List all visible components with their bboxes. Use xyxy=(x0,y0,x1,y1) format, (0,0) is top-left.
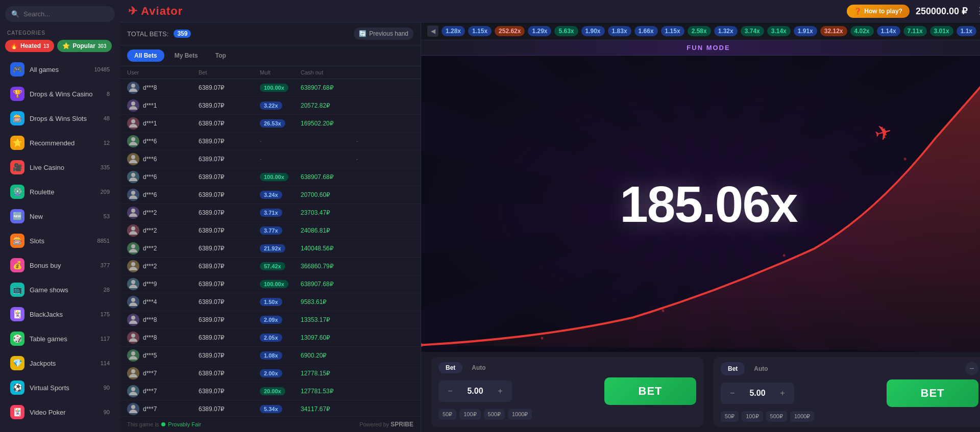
sidebar-count-slots: 8851 xyxy=(97,238,110,244)
user-cell: d***6 xyxy=(127,153,199,165)
popular-button[interactable]: ⭐ Popular 303 xyxy=(57,40,111,52)
panel-right-collapse[interactable]: − xyxy=(965,362,978,375)
history-collapse-button[interactable]: ◀ xyxy=(427,26,438,37)
quick-50-left[interactable]: 50₽ xyxy=(438,409,456,420)
username: d***6 xyxy=(143,191,157,198)
sidebar: 🔍 CATEGORIES 🔥 Heated 13 ⭐ Popular 303 🎮… xyxy=(0,0,120,432)
sidebar-item-virtual-sports[interactable]: ⚽ Virtual Sports 90 xyxy=(3,376,117,399)
quick-1000-left[interactable]: 1000₽ xyxy=(508,409,532,420)
roulette-icon: 🎡 xyxy=(10,185,24,199)
sidebar-item-live-casino[interactable]: 🎥 Live Casino 335 xyxy=(3,156,117,179)
tab-top[interactable]: Top xyxy=(208,49,233,62)
bet-increase-left[interactable]: + xyxy=(494,385,507,398)
bet-amount: 6389.07₽ xyxy=(199,191,260,198)
pf-label[interactable]: Provably Fair xyxy=(168,421,201,427)
heated-button[interactable]: 🔥 Heated 13 xyxy=(5,40,54,52)
sidebar-item-slots[interactable]: 🎰 Slots 8851 xyxy=(3,229,117,252)
quick-500-right[interactable]: 500₽ xyxy=(766,411,787,422)
cashout-value: 13097.60₽ xyxy=(301,334,413,341)
multiplier-history-badge[interactable]: 3.74x xyxy=(741,26,764,36)
search-input[interactable] xyxy=(23,10,109,18)
sidebar-item-table-games[interactable]: 🎲 Table games 117 xyxy=(3,327,117,350)
quick-1000-right[interactable]: 1000₽ xyxy=(790,411,814,422)
bet-amount: 6389.07₽ xyxy=(199,298,260,306)
multiplier-history-badge[interactable]: 2.58x xyxy=(688,26,711,36)
svg-point-16 xyxy=(131,369,135,373)
sidebar-item-video-poker[interactable]: 🃏 Video Poker 90 xyxy=(3,400,117,424)
panel-right-tab-bet[interactable]: Bet xyxy=(721,362,745,375)
main-layout: ✈ Aviator ❓ How to play? 250000.00 ₽ ☰ T… xyxy=(120,0,980,432)
quick-100-right[interactable]: 100₽ xyxy=(742,411,763,422)
multiplier-history-badge[interactable]: 1.83x xyxy=(608,26,631,36)
multiplier-history-badge[interactable]: 1.28x xyxy=(442,26,465,36)
mult-value: 2.05x xyxy=(260,334,301,342)
bet-amount-input-right[interactable] xyxy=(742,389,773,398)
multiplier-history-badge[interactable]: 1.29x xyxy=(528,26,551,36)
bet-button-right[interactable]: BET xyxy=(887,379,978,407)
quick-500-left[interactable]: 500₽ xyxy=(484,409,505,420)
svg-point-18 xyxy=(131,405,135,409)
tab-all-bets[interactable]: All Bets xyxy=(127,49,164,62)
multiplier-history-badge[interactable]: 1.1x xyxy=(957,26,976,36)
sidebar-item-bonus-buy[interactable]: 💰 Bonus buy 377 xyxy=(3,253,117,277)
avatar xyxy=(127,224,139,237)
multiplier-history-badge[interactable]: 3.01x xyxy=(930,26,953,36)
sidebar-item-recommended[interactable]: ⭐ Recommended 12 xyxy=(3,131,117,155)
table-row: d***8 6389.07₽ 2.05x 13097.60₽ xyxy=(120,329,421,347)
cashout-value: 127781.53₽ xyxy=(301,388,413,395)
table-row: d***1 6389.07₽ 3.22x 20572.82₽ xyxy=(120,97,421,115)
multiplier-history-badge[interactable]: 32.12x xyxy=(820,26,847,36)
sidebar-item-game-shows[interactable]: 📺 Game shows 28 xyxy=(3,278,117,301)
sidebar-item-jackpots[interactable]: 💎 Jackpots 114 xyxy=(3,351,117,375)
multiplier-history-badge[interactable]: 1.14x xyxy=(877,26,900,36)
sidebar-item-drops-casino[interactable]: 🏆 Drops & Wins Casino 8 xyxy=(3,82,117,106)
avatar xyxy=(127,82,139,94)
svg-point-14 xyxy=(131,334,135,338)
fun-mode-banner: FUN MODE xyxy=(421,40,980,56)
search-box[interactable]: 🔍 xyxy=(5,6,115,22)
sidebar-item-all-games[interactable]: 🎮 All games 10485 xyxy=(3,58,117,81)
user-cell: d***7 xyxy=(127,367,199,379)
bet-amount-input-left[interactable] xyxy=(460,387,491,396)
bonus-buy-icon: 💰 xyxy=(10,258,24,272)
username: d***8 xyxy=(143,334,157,341)
multiplier-history-badge[interactable]: 7.11x xyxy=(903,26,927,36)
avatar xyxy=(127,189,139,201)
panel-left-tab-bet[interactable]: Bet xyxy=(438,362,462,373)
sidebar-label-bonus-buy: Bonus buy xyxy=(30,262,95,269)
multiplier-history-badge[interactable]: 1.15x xyxy=(661,26,684,36)
prev-hand-button[interactable]: 🔄 Previous hand xyxy=(354,28,413,40)
sidebar-item-drops-slots[interactable]: 🎰 Drops & Wins Slots 48 xyxy=(3,107,117,130)
bet-amount: 6389.07₽ xyxy=(199,156,260,163)
panel-right-tab-auto[interactable]: Auto xyxy=(747,362,775,375)
tab-my-bets[interactable]: My Bets xyxy=(167,49,205,62)
bet-decrease-right[interactable]: − xyxy=(726,387,739,400)
bet-increase-right[interactable]: + xyxy=(776,387,789,400)
panel-left-tab-auto[interactable]: Auto xyxy=(464,362,493,373)
avatar xyxy=(127,207,139,219)
multiplier-history-badge[interactable]: 4.02x xyxy=(850,26,874,36)
multiplier-history-badge[interactable]: 1.90x xyxy=(581,26,605,36)
how-to-play-button[interactable]: ❓ How to play? xyxy=(847,5,910,18)
multiplier-history-badge[interactable]: 1.91x xyxy=(794,26,817,36)
quick-100-left[interactable]: 100₽ xyxy=(459,409,480,420)
avatar xyxy=(127,153,139,165)
table-row: d***7 6389.07₽ 2.00x 12778.15₽ xyxy=(120,365,421,383)
sidebar-label-new: New xyxy=(30,213,99,220)
svg-point-8 xyxy=(131,226,135,231)
sidebar-item-new[interactable]: 🆕 New 53 xyxy=(3,205,117,228)
cashout-value: 13353.17₽ xyxy=(301,316,413,323)
multiplier-history-badge[interactable]: 1.66x xyxy=(634,26,658,36)
multiplier-history-badge[interactable]: 1.15x xyxy=(468,26,492,36)
sidebar-item-blackjacks[interactable]: 🃏 BlackJacks 175 xyxy=(3,302,117,326)
multiplier-history-badge[interactable]: 3.14x xyxy=(767,26,791,36)
multiplier-history-badge[interactable]: 1.32x xyxy=(714,26,738,36)
quick-amounts-left: 50₽ 100₽ 500₽ 1000₽ xyxy=(438,409,696,420)
bets-list: d***8 6389.07₽ 100.00x 638907.68₽ d***1 … xyxy=(120,79,421,416)
quick-50-right[interactable]: 50₽ xyxy=(721,411,739,422)
bet-button-left[interactable]: BET xyxy=(604,377,696,405)
multiplier-history-badge[interactable]: 5.63x xyxy=(554,26,578,36)
sidebar-item-roulette[interactable]: 🎡 Roulette 209 xyxy=(3,180,117,204)
multiplier-history-badge[interactable]: 252.62x xyxy=(495,26,525,36)
bet-decrease-left[interactable]: − xyxy=(444,385,457,398)
